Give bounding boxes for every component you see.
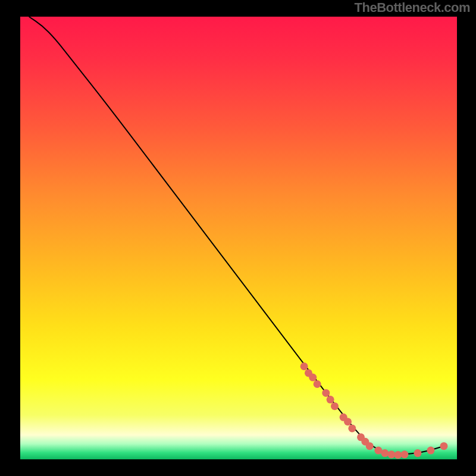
data-marker [381,449,389,457]
data-marker [331,402,339,410]
data-marker [348,424,356,432]
data-marker [322,389,330,397]
data-marker [387,450,395,458]
data-marker [314,380,321,388]
data-marker [300,362,308,370]
data-marker [400,450,408,458]
plot-background [20,17,457,459]
chart-container: { "attribution": "TheBottleneck.com", "g… [0,0,476,476]
data-marker [309,374,317,381]
data-marker [427,447,434,455]
data-marker [394,451,402,459]
chart-svg [0,0,476,476]
attribution-text: TheBottleneck.com [355,0,470,15]
data-marker [344,418,352,425]
data-marker [366,442,374,450]
data-marker [440,442,447,450]
data-marker [327,396,334,403]
data-marker [414,449,421,457]
